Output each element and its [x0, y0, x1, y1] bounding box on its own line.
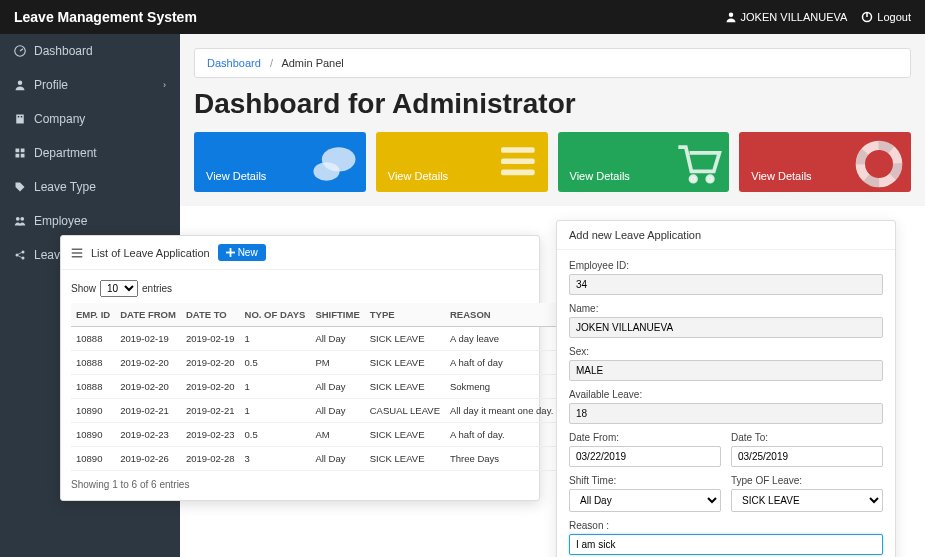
column-header[interactable]: DATE FROM [115, 303, 181, 327]
sidebar-item-label: Department [34, 146, 97, 160]
table-cell: 10888 [71, 351, 115, 375]
svg-rect-9 [16, 149, 20, 153]
sidebar-item-company[interactable]: Company [0, 102, 180, 136]
table-cell: Three Days [445, 447, 558, 471]
table-cell: SICK LEAVE [365, 351, 445, 375]
add-leave-form: Add new Leave Application Employee ID: N… [556, 220, 896, 557]
table-cell: 2019-02-20 [115, 351, 181, 375]
svg-point-13 [16, 217, 20, 221]
user-icon [725, 11, 737, 23]
svg-rect-6 [16, 115, 24, 124]
sidebar-item-label: Company [34, 112, 85, 126]
breadcrumb-root[interactable]: Dashboard [207, 57, 261, 69]
cart-icon [669, 136, 725, 192]
column-header[interactable]: REASON [445, 303, 558, 327]
top-bar: Leave Management System JOKEN VILLANUEVA… [0, 0, 925, 34]
sidebar-item-label: Profile [34, 78, 68, 92]
table-row[interactable]: 108902019-02-232019-02-230.5AMSICK LEAVE… [71, 423, 558, 447]
sidebar-item-employee[interactable]: Employee [0, 204, 180, 238]
table-row[interactable]: 108882019-02-202019-02-201All DaySICK LE… [71, 375, 558, 399]
user-name-label: JOKEN VILLANUEVA [741, 11, 848, 23]
svg-line-18 [18, 252, 22, 254]
date-from-field[interactable] [569, 446, 721, 467]
svg-rect-8 [21, 116, 23, 118]
sidebar-item-department[interactable]: Department [0, 136, 180, 170]
date-to-field[interactable] [731, 446, 883, 467]
column-header[interactable]: TYPE [365, 303, 445, 327]
list-icon [71, 247, 83, 259]
table-cell: A haft of day. [445, 423, 558, 447]
table-row[interactable]: 108902019-02-262019-02-283All DaySICK LE… [71, 447, 558, 471]
type-label: Type OF Leave: [731, 475, 883, 486]
svg-point-26 [708, 176, 714, 182]
name-field [569, 317, 883, 338]
table-info: Showing 1 to 6 of 6 entries [71, 479, 529, 490]
new-button[interactable]: New [218, 244, 266, 261]
card-label: View Details [570, 170, 630, 182]
table-cell: All Day [310, 399, 364, 423]
column-header[interactable]: SHIFTIME [310, 303, 364, 327]
table-cell: 3 [240, 447, 311, 471]
dashboard-card-blue[interactable]: View Details [194, 132, 366, 192]
table-cell: 2019-02-28 [181, 447, 240, 471]
dashboard-cards: View DetailsView DetailsView DetailsView… [194, 132, 911, 192]
emp-id-field [569, 274, 883, 295]
svg-rect-29 [72, 248, 83, 250]
svg-point-16 [22, 251, 25, 254]
svg-point-27 [860, 145, 897, 182]
date-to-label: Date To: [731, 432, 883, 443]
card-label: View Details [388, 170, 448, 182]
entries-label: entries [142, 283, 172, 294]
building-icon [14, 113, 26, 125]
svg-rect-23 [501, 158, 535, 164]
table-row[interactable]: 108902019-02-212019-02-211All DayCASUAL … [71, 399, 558, 423]
sidebar-item-label: Leave Type [34, 180, 96, 194]
table-cell: 10890 [71, 399, 115, 423]
svg-line-19 [18, 256, 22, 258]
users-icon [14, 215, 26, 227]
table-cell: SICK LEAVE [365, 327, 445, 351]
table-cell: 2019-02-20 [181, 351, 240, 375]
svg-rect-24 [501, 170, 535, 176]
table-cell: 1 [240, 375, 311, 399]
svg-rect-10 [21, 149, 25, 153]
breadcrumb: Dashboard / Admin Panel [194, 48, 911, 78]
reason-field[interactable] [569, 534, 883, 555]
chevron-right-icon: › [163, 80, 166, 90]
sidebar-item-label: Employee [34, 214, 87, 228]
column-header[interactable]: NO. OF DAYS [240, 303, 311, 327]
table-cell: 10890 [71, 447, 115, 471]
dashboard-icon [14, 45, 26, 57]
reason-label: Reason : [569, 520, 883, 531]
dashboard-card-green[interactable]: View Details [558, 132, 730, 192]
leave-list-panel: List of Leave Application New Show 10 en… [60, 235, 540, 501]
dashboard-card-red[interactable]: View Details [739, 132, 911, 192]
table-cell: All Day [310, 447, 364, 471]
app-title: Leave Management System [14, 9, 197, 25]
main-area: Dashboard / Admin Panel Dashboard for Ad… [180, 34, 925, 206]
table-cell: 2019-02-26 [115, 447, 181, 471]
table-row[interactable]: 108882019-02-202019-02-200.5PMSICK LEAVE… [71, 351, 558, 375]
shift-select[interactable]: All Day [569, 489, 721, 512]
available-field [569, 403, 883, 424]
logout-link[interactable]: Logout [861, 11, 911, 23]
table-cell: 10888 [71, 375, 115, 399]
user-menu[interactable]: JOKEN VILLANUEVA [725, 11, 848, 23]
table-row[interactable]: 108882019-02-192019-02-191All DaySICK LE… [71, 327, 558, 351]
sidebar-item-leave-type[interactable]: Leave Type [0, 170, 180, 204]
table-cell: 2019-02-20 [115, 375, 181, 399]
page-length-select[interactable]: 10 [100, 280, 138, 297]
type-select[interactable]: SICK LEAVE [731, 489, 883, 512]
column-header[interactable]: DATE TO [181, 303, 240, 327]
new-label: New [238, 247, 258, 258]
sidebar-item-profile[interactable]: Profile› [0, 68, 180, 102]
table-cell: 0.5 [240, 423, 311, 447]
column-header[interactable]: EMP. ID [71, 303, 115, 327]
sidebar-item-dashboard[interactable]: Dashboard [0, 34, 180, 68]
form-title: Add new Leave Application [557, 221, 895, 250]
table-cell: Sokmeng [445, 375, 558, 399]
page-title: Dashboard for Administrator [194, 88, 911, 120]
available-label: Available Leave: [569, 389, 883, 400]
dashboard-card-yellow[interactable]: View Details [376, 132, 548, 192]
shift-label: Shift Time: [569, 475, 721, 486]
